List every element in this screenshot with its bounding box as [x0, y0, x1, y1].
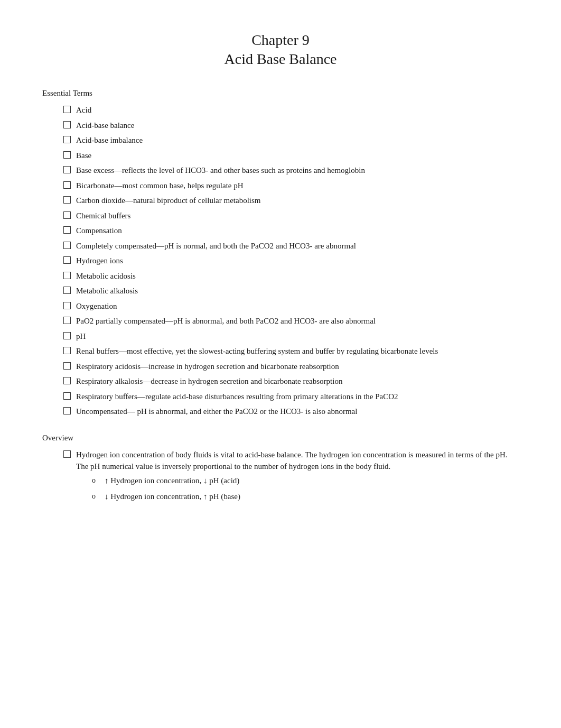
list-item: Acid-base balance [63, 119, 519, 132]
list-item: Acid-base imbalance [63, 134, 519, 146]
bullet-icon [63, 121, 71, 128]
list-item: Metabolic acidosis [63, 270, 519, 282]
bullet-icon [63, 392, 71, 400]
list-item-text: Renal buffers—most effective, yet the sl… [76, 345, 519, 357]
essential-terms-list: AcidAcid-base balanceAcid-base imbalance… [42, 104, 519, 418]
essential-terms-heading: Essential Terms [42, 89, 519, 98]
bullet-icon [63, 256, 71, 264]
list-item: Acid [63, 104, 519, 116]
list-item-text: Compensation [76, 225, 519, 237]
page-header: Chapter 9 Acid Base Balance [42, 32, 519, 68]
sub-list-item: o↓ Hydrogen ion concentration, ↑ pH (bas… [92, 491, 519, 503]
list-item-text: Acid-base imbalance [76, 134, 519, 146]
bullet-icon [63, 151, 71, 159]
list-item: Base [63, 150, 519, 162]
list-item-text: pH [76, 330, 519, 343]
bullet-icon [63, 317, 71, 324]
list-item: Respiratory acidosis—increase in hydroge… [63, 361, 519, 373]
list-item-text: Oxygenation [76, 300, 519, 312]
sub-list-item: o↑ Hydrogen ion concentration, ↓ pH (aci… [92, 475, 519, 487]
list-item: pH [63, 330, 519, 343]
bullet-icon [63, 166, 71, 173]
list-item-text: Respiratory acidosis—increase in hydroge… [76, 361, 519, 373]
list-item-text: Respiratory buffers—regulate acid-base d… [76, 391, 519, 403]
list-item: Completely compensated—pH is normal, and… [63, 240, 519, 252]
chapter-line2: Acid Base Balance [42, 51, 519, 68]
sub-label: o [92, 475, 99, 486]
overview-heading: Overview [42, 434, 519, 443]
list-item-text: Completely compensated—pH is normal, and… [76, 240, 519, 252]
list-item-text: PaO2 partially compensated—pH is abnorma… [76, 315, 519, 327]
overview-list: Hydrogen ion concentration of body fluid… [42, 449, 519, 507]
list-item: Oxygenation [63, 300, 519, 312]
bullet-icon [63, 347, 71, 354]
bullet-icon [63, 287, 71, 294]
overview-item-text: Hydrogen ion concentration of body fluid… [76, 450, 508, 471]
list-item: Carbon dioxide—natural biproduct of cell… [63, 195, 519, 207]
list-item-text: Bicarbonate—most common base, helps regu… [76, 180, 519, 192]
list-item: Compensation [63, 225, 519, 237]
list-item: Bicarbonate—most common base, helps regu… [63, 180, 519, 192]
bullet-icon [63, 226, 71, 234]
list-item-text: Chemical buffers [76, 210, 519, 222]
bullet-icon [63, 377, 71, 384]
bullet-icon [63, 332, 71, 339]
sub-item-text: ↓ Hydrogen ion concentration, ↑ pH (base… [105, 491, 240, 503]
list-item-text: Base [76, 150, 519, 162]
list-item: PaO2 partially compensated—pH is abnorma… [63, 315, 519, 327]
bullet-icon [63, 362, 71, 370]
bullet-icon [63, 211, 71, 219]
list-item-text: Carbon dioxide—natural biproduct of cell… [76, 195, 519, 207]
bullet-icon [63, 242, 71, 249]
list-item-text: Uncompensated— pH is abnormal, and eithe… [76, 406, 519, 418]
sub-list: o↑ Hydrogen ion concentration, ↓ pH (aci… [76, 475, 519, 503]
overview-list-item: Hydrogen ion concentration of body fluid… [63, 449, 519, 507]
sub-label: o [92, 491, 99, 502]
bullet-icon [63, 272, 71, 279]
list-item: Metabolic alkalosis [63, 285, 519, 297]
bullet-icon [63, 407, 71, 414]
list-item: Base excess—reflects the level of HCO3- … [63, 164, 519, 177]
bullet-icon [63, 196, 71, 204]
list-item-text: Metabolic alkalosis [76, 285, 519, 297]
essential-terms-section: Essential Terms AcidAcid-base balanceAci… [42, 89, 519, 418]
bullet-icon [63, 302, 71, 309]
list-item: Uncompensated— pH is abnormal, and eithe… [63, 406, 519, 418]
list-item: Respiratory buffers—regulate acid-base d… [63, 391, 519, 403]
bullet-icon [63, 136, 71, 143]
chapter-line1: Chapter 9 [42, 32, 519, 49]
list-item-text: Acid-base balance [76, 119, 519, 132]
overview-item-content: Hydrogen ion concentration of body fluid… [76, 449, 519, 507]
list-item: Renal buffers—most effective, yet the sl… [63, 345, 519, 357]
list-item-text: Respiratory alkalosis—decrease in hydrog… [76, 375, 519, 388]
list-item: Respiratory alkalosis—decrease in hydrog… [63, 375, 519, 388]
overview-section: Overview Hydrogen ion concentration of b… [42, 434, 519, 507]
list-item-text: Acid [76, 104, 519, 116]
list-item: Hydrogen ions [63, 255, 519, 267]
list-item: Chemical buffers [63, 210, 519, 222]
bullet-icon [63, 181, 71, 189]
bullet-icon [63, 450, 71, 458]
sub-item-text: ↑ Hydrogen ion concentration, ↓ pH (acid… [105, 475, 239, 487]
list-item-text: Hydrogen ions [76, 255, 519, 267]
bullet-icon [63, 106, 71, 113]
list-item-text: Metabolic acidosis [76, 270, 519, 282]
list-item-text: Base excess—reflects the level of HCO3- … [76, 164, 519, 177]
